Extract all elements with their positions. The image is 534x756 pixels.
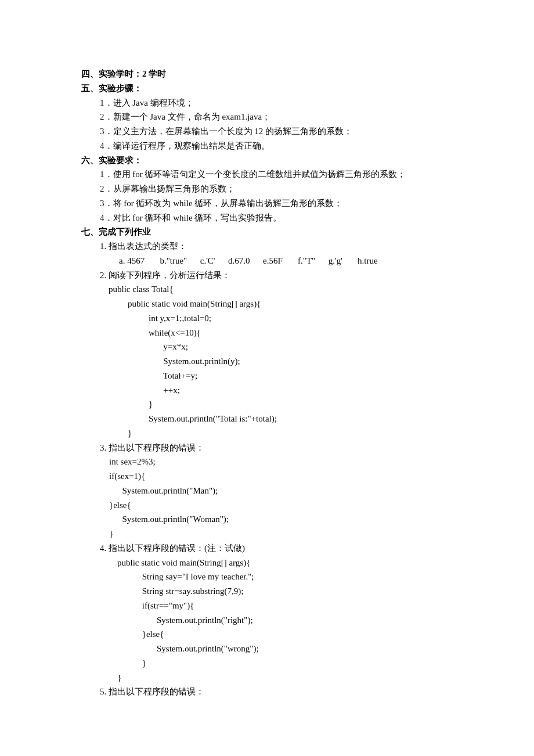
q2-code: y=x*x;	[139, 340, 453, 354]
q3-code: }	[109, 527, 453, 541]
q2-code: System.out.println(y);	[139, 354, 453, 369]
q4-code: public static void main(String[] args){	[117, 556, 453, 570]
section5-title: 实验步骤：	[99, 84, 142, 93]
q2-code: }	[119, 426, 453, 441]
q2-code: public static void main(String[] args){	[119, 297, 453, 311]
q2-prompt: 2. 阅读下列程序，分析运行结果：	[100, 268, 453, 283]
q2-code: }	[131, 397, 453, 412]
q4-code: String str=say.substring(7,9);	[131, 584, 453, 599]
q2-code: while(x<=10){	[131, 326, 453, 340]
section5-item: 2．新建一个 Java 文件，命名为 exam1.java；	[100, 110, 453, 124]
section4-num: 四、	[81, 69, 99, 78]
q2-code: System.out.println("Total is:"+total);	[131, 412, 453, 426]
q3-code: System.out.println("Man");	[109, 484, 453, 498]
q2-code: int y,x=1;,total=0;	[131, 311, 453, 326]
section5-item: 3．定义主方法，在屏幕输出一个长度为 12 的扬辉三角形的系数；	[100, 124, 453, 139]
q2-code: public class Total{	[109, 282, 453, 297]
q3-code: }else{	[109, 498, 453, 513]
q4-code: }	[117, 671, 453, 685]
q4-code: }else{	[131, 627, 453, 642]
section7-num: 七、	[81, 227, 99, 236]
section5-item: 1．进入 Java 编程环境；	[100, 96, 453, 110]
section4-title: 实验学时：2 学时	[99, 69, 166, 78]
section4-head: 四、实验学时：2 学时	[81, 67, 453, 81]
q4-code: System.out.println("right");	[139, 613, 453, 628]
document-page: 四、实验学时：2 学时 五、实验步骤： 1．进入 Java 编程环境； 2．新建…	[0, 0, 534, 756]
q4-code: System.out.println("wrong");	[139, 642, 453, 656]
q4-code: if(str=="my"){	[131, 599, 453, 613]
section6-num: 六、	[81, 156, 99, 165]
q2-code: Total+=y;	[139, 369, 453, 383]
q3-code: System.out.println("Woman");	[109, 512, 453, 527]
section6-head: 六、实验要求：	[81, 153, 453, 168]
section5-head: 五、实验步骤：	[81, 81, 453, 96]
section7-head: 七、完成下列作业	[81, 225, 453, 239]
q3-prompt: 3. 指出以下程序段的错误：	[100, 441, 453, 455]
q3-code: int sex=2%3;	[109, 455, 453, 469]
q2-code: ++x;	[139, 383, 453, 398]
section6-item: 2．从屏幕输出扬辉三角形的系数；	[100, 182, 453, 196]
section6-item: 3．将 for 循环改为 while 循环，从屏幕输出扬辉三角形的系数；	[100, 196, 453, 211]
section6-item: 4．对比 for 循环和 while 循环，写出实验报告。	[100, 211, 453, 225]
section6-title: 实验要求：	[99, 156, 142, 165]
section5-num: 五、	[81, 84, 99, 93]
q5-prompt: 5. 指出以下程序段的错误：	[100, 685, 453, 699]
section6-item: 1．使用 for 循环等语句定义一个变长度的二维数组并赋值为扬辉三角形的系数；	[100, 167, 453, 182]
q4-prompt: 4. 指出以下程序段的错误：(注：试做)	[100, 541, 453, 556]
section7-title: 完成下列作业	[99, 227, 151, 236]
section5-item: 4．编译运行程序，观察输出结果是否正确。	[100, 139, 453, 153]
q1-prompt: 1. 指出表达式的类型：	[100, 239, 453, 254]
q3-code: if(sex=1){	[109, 469, 453, 484]
q4-code: String say="I love my teacher.";	[131, 570, 453, 584]
q4-code: }	[131, 656, 453, 671]
q1-options: a. 4567 b."true" c.'C' d.67.0 e.56F f."T…	[119, 254, 453, 268]
